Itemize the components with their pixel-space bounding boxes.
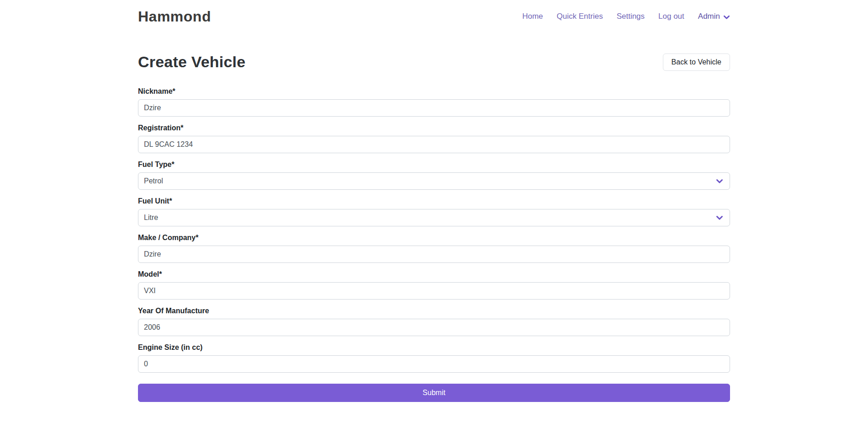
registration-label: Registration* (138, 124, 184, 132)
chevron-down-icon (716, 177, 723, 185)
year-of-manufacture-input[interactable] (138, 319, 730, 336)
create-vehicle-form: Nickname* Registration* Fuel Type* Petro… (138, 87, 730, 402)
nav-item-settings[interactable]: Settings (617, 12, 645, 21)
field-nickname: Nickname* (138, 87, 730, 117)
nav-item-quick-entries[interactable]: Quick Entries (557, 12, 603, 21)
fuel-unit-selected-value: Litre (144, 214, 158, 222)
engine-size-label: Engine Size (in cc) (138, 343, 202, 352)
field-engine-size: Engine Size (in cc) (138, 343, 730, 373)
field-fuel-unit: Fuel Unit* Litre (138, 197, 730, 226)
fuel-type-selected-value: Petrol (144, 177, 163, 185)
model-input[interactable] (138, 282, 730, 300)
page-header: Create Vehicle Back to Vehicle (138, 53, 730, 71)
page-title: Create Vehicle (138, 53, 245, 71)
fuel-unit-select[interactable]: Litre (138, 209, 730, 226)
fuel-unit-label: Fuel Unit* (138, 197, 172, 205)
field-make-company: Make / Company* (138, 234, 730, 263)
registration-input[interactable] (138, 136, 730, 153)
field-year-of-manufacture: Year Of Manufacture (138, 307, 730, 336)
field-registration: Registration* (138, 124, 730, 153)
make-company-input[interactable] (138, 246, 730, 263)
nav-links: Home Quick Entries Settings Log out Admi… (522, 12, 730, 21)
fuel-type-label: Fuel Type* (138, 161, 175, 169)
model-label: Model* (138, 270, 162, 278)
back-to-vehicle-button[interactable]: Back to Vehicle (663, 54, 730, 71)
engine-size-input[interactable] (138, 355, 730, 373)
admin-dropdown[interactable]: Admin (698, 12, 730, 21)
field-fuel-type: Fuel Type* Petrol (138, 161, 730, 190)
nav-item-home[interactable]: Home (522, 12, 543, 21)
top-navbar: Hammond Home Quick Entries Settings Log … (0, 0, 868, 33)
admin-dropdown-label: Admin (698, 12, 720, 21)
make-company-label: Make / Company* (138, 234, 198, 242)
nav-item-logout[interactable]: Log out (658, 12, 684, 21)
field-model: Model* (138, 270, 730, 300)
nickname-label: Nickname* (138, 87, 175, 96)
brand-logo[interactable]: Hammond (138, 8, 211, 25)
fuel-type-select[interactable]: Petrol (138, 172, 730, 190)
nickname-input[interactable] (138, 99, 730, 117)
chevron-down-icon (723, 14, 730, 21)
year-of-manufacture-label: Year Of Manufacture (138, 307, 209, 315)
chevron-down-icon (716, 214, 723, 221)
submit-button[interactable]: Submit (138, 384, 730, 402)
